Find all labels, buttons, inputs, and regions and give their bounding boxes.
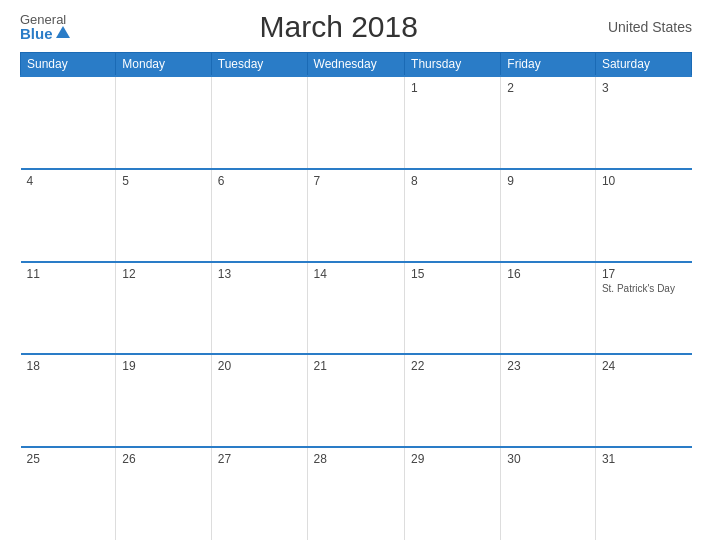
day-number: 30 (507, 452, 589, 466)
logo: General Blue (20, 13, 70, 41)
day-number: 12 (122, 267, 204, 281)
day-number: 25 (27, 452, 110, 466)
day-number: 7 (314, 174, 399, 188)
calendar-cell: 24 (595, 354, 691, 447)
day-number: 26 (122, 452, 204, 466)
weekday-header-friday: Friday (501, 53, 596, 77)
day-number: 21 (314, 359, 399, 373)
day-number: 16 (507, 267, 589, 281)
calendar-header: General Blue March 2018 United States (20, 10, 692, 44)
calendar-cell: 31 (595, 447, 691, 540)
calendar-cell: 10 (595, 169, 691, 262)
day-number: 4 (27, 174, 110, 188)
calendar-cell: 21 (307, 354, 405, 447)
day-number: 3 (602, 81, 686, 95)
calendar-week-row: 45678910 (21, 169, 692, 262)
weekday-header-sunday: Sunday (21, 53, 116, 77)
calendar-cell: 26 (116, 447, 211, 540)
weekday-header-wednesday: Wednesday (307, 53, 405, 77)
calendar-cell: 14 (307, 262, 405, 355)
day-number: 15 (411, 267, 494, 281)
day-number: 5 (122, 174, 204, 188)
calendar-cell: 4 (21, 169, 116, 262)
day-number: 23 (507, 359, 589, 373)
day-number: 1 (411, 81, 494, 95)
calendar-cell (116, 76, 211, 169)
calendar-cell: 9 (501, 169, 596, 262)
logo-triangle-icon (56, 26, 70, 38)
calendar-cell: 19 (116, 354, 211, 447)
calendar-cell: 7 (307, 169, 405, 262)
weekday-header-thursday: Thursday (405, 53, 501, 77)
calendar-cell: 8 (405, 169, 501, 262)
calendar-cell: 2 (501, 76, 596, 169)
day-number: 14 (314, 267, 399, 281)
calendar-cell: 12 (116, 262, 211, 355)
day-number: 8 (411, 174, 494, 188)
calendar-title: March 2018 (260, 10, 418, 44)
holiday-name: St. Patrick's Day (602, 283, 686, 294)
day-number: 28 (314, 452, 399, 466)
day-number: 22 (411, 359, 494, 373)
weekday-header-row: SundayMondayTuesdayWednesdayThursdayFrid… (21, 53, 692, 77)
day-number: 17 (602, 267, 686, 281)
calendar-cell: 25 (21, 447, 116, 540)
calendar-cell: 16 (501, 262, 596, 355)
country-label: United States (608, 19, 692, 35)
logo-blue-text: Blue (20, 26, 53, 41)
day-number: 19 (122, 359, 204, 373)
calendar-cell: 6 (211, 169, 307, 262)
calendar-cell (307, 76, 405, 169)
day-number: 10 (602, 174, 686, 188)
calendar-cell: 28 (307, 447, 405, 540)
calendar-cell: 22 (405, 354, 501, 447)
day-number: 29 (411, 452, 494, 466)
calendar-cell: 20 (211, 354, 307, 447)
day-number: 11 (27, 267, 110, 281)
calendar-cell: 18 (21, 354, 116, 447)
day-number: 9 (507, 174, 589, 188)
calendar-week-row: 25262728293031 (21, 447, 692, 540)
day-number: 2 (507, 81, 589, 95)
weekday-header-monday: Monday (116, 53, 211, 77)
day-number: 18 (27, 359, 110, 373)
weekday-header-tuesday: Tuesday (211, 53, 307, 77)
calendar-cell: 3 (595, 76, 691, 169)
calendar-cell (21, 76, 116, 169)
calendar-week-row: 11121314151617St. Patrick's Day (21, 262, 692, 355)
calendar-table: SundayMondayTuesdayWednesdayThursdayFrid… (20, 52, 692, 540)
calendar-cell: 29 (405, 447, 501, 540)
calendar-cell: 5 (116, 169, 211, 262)
calendar-week-row: 123 (21, 76, 692, 169)
calendar-cell (211, 76, 307, 169)
day-number: 24 (602, 359, 686, 373)
day-number: 13 (218, 267, 301, 281)
day-number: 31 (602, 452, 686, 466)
calendar-cell: 11 (21, 262, 116, 355)
day-number: 27 (218, 452, 301, 466)
calendar-cell: 13 (211, 262, 307, 355)
calendar-cell: 27 (211, 447, 307, 540)
day-number: 20 (218, 359, 301, 373)
calendar-cell: 1 (405, 76, 501, 169)
calendar-cell: 15 (405, 262, 501, 355)
weekday-header-saturday: Saturday (595, 53, 691, 77)
day-number: 6 (218, 174, 301, 188)
calendar-week-row: 18192021222324 (21, 354, 692, 447)
calendar-cell: 23 (501, 354, 596, 447)
calendar-cell: 30 (501, 447, 596, 540)
calendar-cell: 17St. Patrick's Day (595, 262, 691, 355)
